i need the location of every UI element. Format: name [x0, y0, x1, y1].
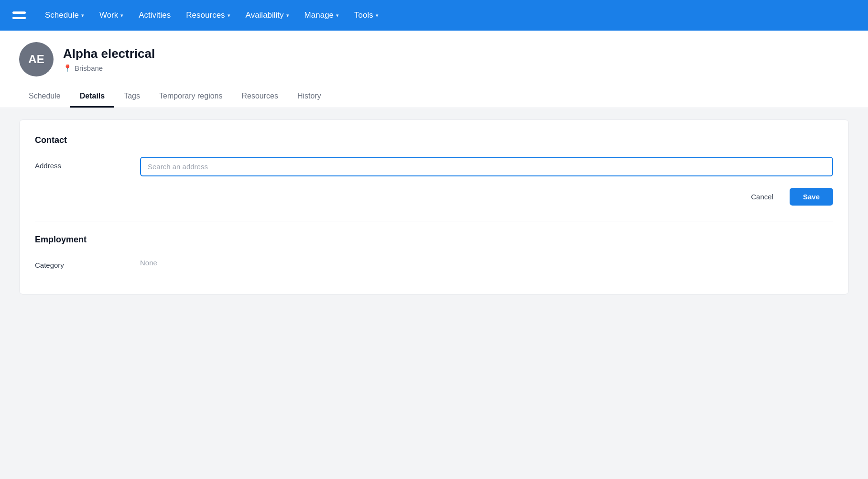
- nav-resources[interactable]: Resources ▾: [179, 7, 237, 24]
- address-label: Address: [35, 157, 130, 170]
- top-navigation: Schedule ▾ Work ▾ Activities Resources ▾…: [0, 0, 868, 31]
- category-row: Category None: [35, 256, 833, 269]
- save-button[interactable]: Save: [790, 188, 833, 206]
- employment-section-title: Employment: [35, 235, 833, 245]
- profile-info: Alpha electrical 📍 Brisbane: [63, 46, 155, 73]
- details-card: Contact Address Cancel Save Employment C…: [19, 120, 849, 294]
- location-pin-icon: 📍: [63, 64, 72, 73]
- main-content: Contact Address Cancel Save Employment C…: [0, 108, 868, 479]
- chevron-down-icon: ▾: [228, 12, 230, 19]
- address-row: Address: [35, 157, 833, 176]
- address-input-wrap: [140, 157, 833, 176]
- nav-work[interactable]: Work ▾: [93, 7, 130, 24]
- profile-tabs: Schedule Details Tags Temporary regions …: [19, 86, 849, 108]
- chevron-down-icon: ▾: [376, 12, 379, 19]
- profile-header: AE Alpha electrical 📍 Brisbane Schedule …: [0, 31, 868, 108]
- nav-activities[interactable]: Activities: [132, 7, 177, 24]
- chevron-down-icon: ▾: [120, 12, 123, 19]
- nav-manage[interactable]: Manage ▾: [298, 7, 346, 24]
- category-value: None: [140, 259, 157, 267]
- contact-section-title: Contact: [35, 135, 833, 145]
- form-actions: Cancel Save: [35, 188, 833, 206]
- tab-schedule[interactable]: Schedule: [19, 86, 70, 108]
- profile-name: Alpha electrical: [63, 46, 155, 61]
- nav-tools[interactable]: Tools ▾: [347, 7, 385, 24]
- avatar: AE: [19, 42, 54, 76]
- tab-temporary-regions[interactable]: Temporary regions: [150, 86, 232, 108]
- logo[interactable]: [10, 6, 29, 25]
- cancel-button[interactable]: Cancel: [740, 188, 784, 206]
- svg-rect-1: [12, 17, 26, 19]
- brand-icon: [10, 6, 29, 25]
- chevron-down-icon: ▾: [81, 12, 84, 19]
- category-label: Category: [35, 256, 130, 269]
- nav-availability[interactable]: Availability ▾: [239, 7, 296, 24]
- profile-location: 📍 Brisbane: [63, 64, 155, 73]
- tab-details[interactable]: Details: [70, 86, 114, 108]
- svg-rect-0: [12, 11, 26, 14]
- chevron-down-icon: ▾: [336, 12, 339, 19]
- address-input[interactable]: [140, 157, 833, 176]
- tab-history[interactable]: History: [288, 86, 331, 108]
- chevron-down-icon: ▾: [286, 12, 289, 19]
- section-divider: [35, 221, 833, 221]
- nav-schedule[interactable]: Schedule ▾: [38, 7, 91, 24]
- tab-tags[interactable]: Tags: [114, 86, 150, 108]
- tab-resources[interactable]: Resources: [232, 86, 287, 108]
